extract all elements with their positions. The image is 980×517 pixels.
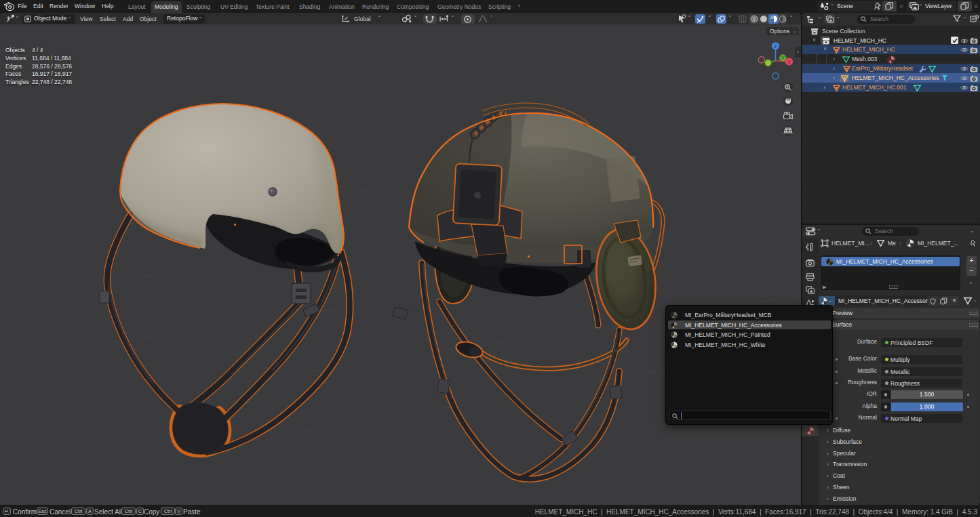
- svg-text:Z: Z: [774, 44, 777, 49]
- svg-text:Y: Y: [781, 56, 785, 60]
- svg-text:X: X: [787, 60, 791, 64]
